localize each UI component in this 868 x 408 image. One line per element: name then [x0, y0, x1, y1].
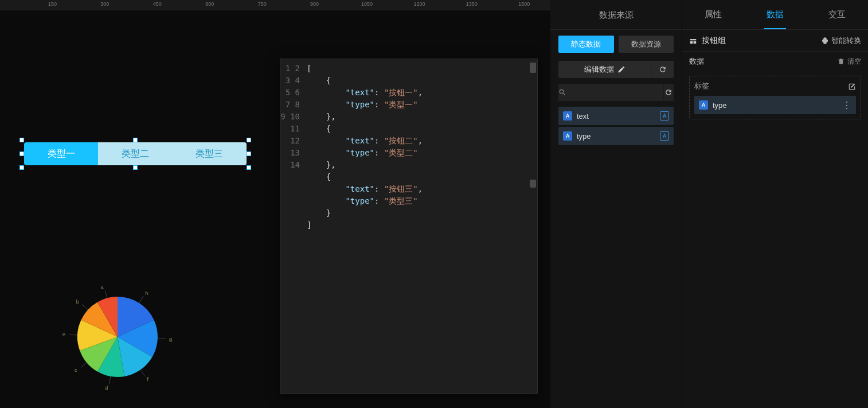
pie-label-c: c	[75, 367, 77, 373]
pie-chart-widget[interactable]: hgfdceba	[69, 288, 166, 386]
svg-line-4	[81, 363, 87, 368]
edit-data-row: 编辑数据	[558, 61, 674, 78]
pie-label-h: h	[145, 290, 148, 296]
edit-data-button[interactable]: 编辑数据	[558, 61, 651, 78]
component-icon	[689, 36, 698, 45]
clear-button[interactable]: 清空	[837, 57, 861, 67]
field-search	[558, 84, 674, 101]
button-group-widget[interactable]: 类型一 类型二 类型三	[24, 142, 247, 165]
editor-scrollbar-thumb-2[interactable]	[530, 180, 536, 188]
edit-data-label: 编辑数据	[584, 64, 614, 75]
svg-line-7	[105, 290, 107, 298]
svg-line-0	[139, 296, 144, 303]
refresh-icon	[664, 88, 672, 96]
tab-data[interactable]: 数据	[744, 0, 806, 29]
smart-convert-label: 智能转换	[831, 36, 861, 46]
component-name: 按钮组	[702, 36, 821, 46]
ruler-tick: 1350	[466, 1, 478, 7]
ruler-tick: 1050	[361, 1, 373, 7]
field-type-icon: A	[563, 111, 572, 121]
edit-box-icon	[848, 83, 856, 91]
inspector-header: 按钮组 智能转换	[682, 30, 868, 52]
pie-label-a: a	[101, 284, 104, 290]
tab-data-resource[interactable]: 数据资源	[619, 36, 674, 53]
dropzone-header: 标签	[694, 81, 856, 91]
search-icon	[558, 84, 567, 101]
button-group-item-0[interactable]: 类型一	[24, 142, 98, 165]
tab-static-data[interactable]: 静态数据	[558, 36, 614, 53]
ruler: 1503004506007509001050120013501500	[0, 0, 550, 10]
svg-line-2	[140, 370, 145, 376]
field-type-icon: A	[699, 100, 708, 110]
field-refresh-button[interactable]	[663, 84, 674, 101]
ruler-tick: 1500	[518, 1, 530, 7]
button-group-item-1[interactable]: 类型二	[98, 142, 172, 165]
data-section-label: 数据	[689, 56, 704, 67]
refresh-icon	[659, 65, 667, 73]
inspector-panel: 属性 数据 交互 按钮组 智能转换 数据 清空 标签	[682, 0, 868, 408]
pie-label-f: f	[147, 376, 149, 382]
svg-line-3	[109, 376, 110, 384]
button-group-item-2[interactable]: 类型三	[173, 142, 247, 165]
field-badge-icon: A	[660, 111, 669, 121]
ruler-tick: 150	[48, 1, 57, 7]
ruler-tick: 600	[205, 1, 214, 7]
field-list: A text A A type A	[550, 107, 682, 145]
pie-label-b: b	[76, 299, 79, 305]
refresh-button[interactable]	[651, 61, 674, 78]
more-icon[interactable]: ⋮	[842, 100, 851, 111]
ruler-tick: 450	[153, 1, 162, 7]
svg-line-6	[82, 304, 88, 309]
tab-interact[interactable]: 交互	[806, 0, 868, 29]
pie-label-g: g	[169, 336, 172, 342]
tab-properties[interactable]: 属性	[682, 0, 744, 29]
editor-code[interactable]: [ { "text": "按钮一", "type": "类型一" }, { "t…	[304, 59, 537, 393]
svg-line-5	[69, 335, 77, 335]
data-source-title: 数据来源	[550, 0, 682, 30]
pie-chart	[69, 288, 166, 386]
pie-label-d: d	[105, 385, 108, 391]
button-group: 类型一 类型二 类型三	[24, 142, 247, 165]
ruler-tick: 750	[258, 1, 267, 7]
field-name: type	[577, 132, 660, 141]
clear-label: 清空	[847, 57, 861, 67]
field-badge-icon: A	[660, 131, 669, 141]
trash-icon	[837, 57, 845, 65]
field-item-type[interactable]: A type A	[558, 127, 674, 145]
svg-line-1	[158, 339, 166, 339]
dropzone-edit-button[interactable]	[848, 81, 856, 91]
data-source-tabs: 静态数据 数据资源	[550, 30, 682, 59]
field-item-text[interactable]: A text A	[558, 107, 674, 125]
field-search-input[interactable]	[567, 84, 663, 101]
ruler-tick: 900	[310, 1, 319, 7]
brain-icon	[821, 37, 829, 45]
field-name: text	[577, 112, 660, 121]
field-type-icon: A	[563, 131, 572, 141]
pie-label-e: e	[62, 332, 65, 337]
editor-gutter: 1 2 3 4 5 6 7 8 9 10 11 12 13 14	[280, 59, 304, 393]
data-source-panel: 数据来源 静态数据 数据资源 编辑数据 A text A A type A	[550, 0, 682, 408]
code-editor[interactable]: 1 2 3 4 5 6 7 8 9 10 11 12 13 14 [ { "te…	[280, 59, 538, 394]
dropzone-item-name: type	[713, 101, 842, 110]
label-dropzone[interactable]: 标签 A type ⋮	[689, 76, 861, 119]
smart-convert-button[interactable]: 智能转换	[821, 36, 861, 46]
data-section-header: 数据 清空	[682, 52, 868, 71]
ruler-tick: 300	[100, 1, 109, 7]
inspector-tabs: 属性 数据 交互	[682, 0, 868, 30]
dropzone-title: 标签	[694, 81, 709, 91]
pencil-icon	[617, 65, 625, 73]
editor-scrollbar-thumb[interactable]	[530, 63, 536, 73]
ruler-tick: 1200	[413, 1, 425, 7]
dropzone-item-type[interactable]: A type ⋮	[694, 96, 856, 114]
